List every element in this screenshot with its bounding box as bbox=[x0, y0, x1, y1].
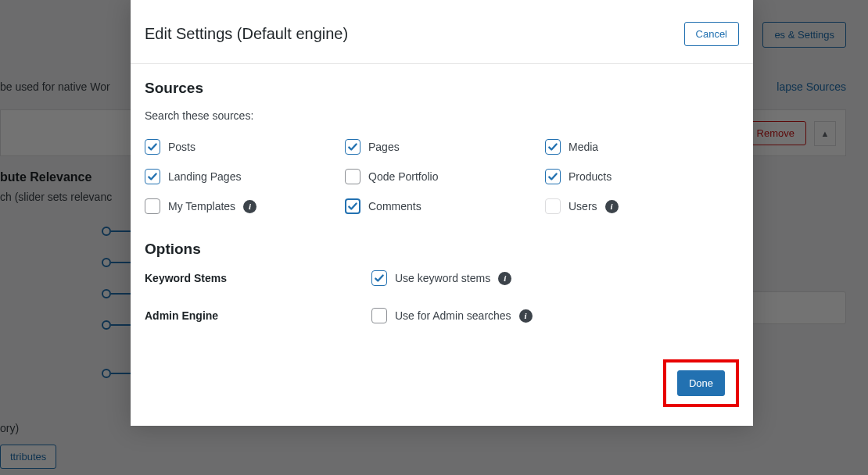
option-control: Use for Admin searchesi bbox=[371, 308, 533, 323]
sources-heading: Sources bbox=[145, 80, 739, 97]
source-item: Pages bbox=[345, 139, 539, 155]
edit-settings-modal: Edit Settings (Default engine) Cancel So… bbox=[131, 0, 753, 426]
option-label: Keyword Stems bbox=[145, 272, 371, 284]
checkbox[interactable] bbox=[545, 169, 561, 184]
source-item: My Templatesi bbox=[145, 198, 339, 214]
option-row: Admin EngineUse for Admin searchesi bbox=[145, 308, 739, 323]
source-item: Products bbox=[545, 169, 739, 184]
option-control: Use keyword stemsi bbox=[371, 270, 511, 286]
checkbox[interactable] bbox=[345, 198, 360, 214]
checkbox-label: Pages bbox=[368, 141, 400, 153]
option-control-label: Use keyword stems bbox=[395, 272, 490, 284]
info-icon[interactable]: i bbox=[498, 272, 511, 285]
options-heading: Options bbox=[145, 241, 739, 258]
checkbox-label: Comments bbox=[368, 200, 421, 212]
checkbox[interactable] bbox=[371, 270, 387, 286]
source-item: Usersi bbox=[545, 198, 739, 214]
cancel-button[interactable]: Cancel bbox=[684, 22, 739, 46]
source-item: Posts bbox=[145, 139, 339, 155]
checkbox[interactable] bbox=[145, 139, 160, 155]
info-icon[interactable]: i bbox=[605, 200, 619, 213]
info-icon[interactable]: i bbox=[243, 200, 256, 213]
done-button[interactable]: Done bbox=[677, 370, 725, 396]
checkbox-label: My Templates bbox=[168, 200, 235, 212]
info-icon[interactable]: i bbox=[519, 309, 533, 323]
sources-grid: PostsPagesMediaLanding PagesQode Portfol… bbox=[145, 139, 739, 214]
modal-title: Edit Settings (Default engine) bbox=[145, 25, 348, 43]
checkbox-label: Users bbox=[569, 200, 597, 212]
source-item: Media bbox=[545, 139, 739, 155]
sources-sub: Search these sources: bbox=[145, 109, 739, 122]
source-item: Comments bbox=[345, 198, 539, 214]
source-item: Landing Pages bbox=[145, 169, 339, 184]
checkbox bbox=[545, 198, 561, 214]
checkbox-label: Media bbox=[569, 141, 598, 153]
checkbox[interactable] bbox=[545, 139, 561, 155]
checkbox-label: Landing Pages bbox=[168, 170, 241, 183]
modal-header: Edit Settings (Default engine) Cancel bbox=[131, 0, 753, 64]
modal-footer: Done bbox=[131, 348, 753, 421]
checkbox-label: Qode Portfolio bbox=[368, 170, 439, 183]
option-row: Keyword StemsUse keyword stemsi bbox=[145, 270, 739, 286]
checkbox-label: Products bbox=[569, 170, 612, 183]
option-label: Admin Engine bbox=[145, 309, 371, 322]
source-item: Qode Portfolio bbox=[345, 169, 539, 184]
done-highlight: Done bbox=[663, 359, 739, 407]
checkbox[interactable] bbox=[371, 308, 387, 323]
checkbox[interactable] bbox=[145, 198, 160, 214]
checkbox[interactable] bbox=[345, 169, 360, 184]
option-control-label: Use for Admin searches bbox=[395, 309, 511, 322]
checkbox-label: Posts bbox=[168, 141, 195, 153]
checkbox[interactable] bbox=[345, 139, 360, 155]
checkbox[interactable] bbox=[145, 169, 160, 184]
